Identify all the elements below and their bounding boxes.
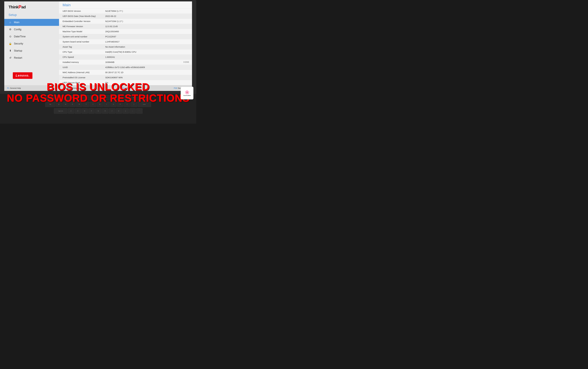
key-h: H [102,108,108,114]
bios-container: ThinkPad Setup ⌂ Main ⚙ Config ⊙ D [4,1,192,85]
config-icon: ⚙ [9,28,12,31]
key-semi: ; [129,108,136,114]
watermark-inner: 🌸 ThinkPadMike [181,87,193,100]
key-f: F [88,108,95,114]
watermark: 🌸 ThinkPadMike [181,87,193,100]
startup-icon: ⬆ [9,49,12,52]
setup-title: Setup [4,12,59,19]
restart-icon: ↺ [9,56,12,59]
model-label: X390 [183,61,189,63]
row-value: 20Q1S5GM00 [105,30,189,33]
nav-label-security: Security [14,42,23,45]
row-label: UEFI BIOS Date (Year-Month-Day) [63,15,105,17]
row-label: MAC Address (Internal LAN) [63,71,105,74]
key-g: G [95,108,102,114]
row-value: N2JET99W (1.77 ) [105,10,189,12]
row-value: PC1GZK67 [105,35,189,38]
nav-item-main[interactable]: ⌂ Main [4,19,59,26]
table-row: System-unit serial numberPC1GZK67 [59,34,192,39]
table-row: ME Firmware Version12.0.92.2145 [59,24,192,29]
content-header: Main [59,1,192,9]
nav-item-restart[interactable]: ↺ Restart [4,54,59,61]
key-s: S [75,108,81,114]
row-value: 16384MB [105,61,189,63]
row-value: 1.600GHz [105,56,189,58]
row-value: 41f886cc-2e72-11b2-a85c-e538cb2cb909 [105,66,189,69]
lenovo-logo-box: Lenovo. [13,72,32,79]
row-value: No Asset Information [105,46,189,48]
key-k: K [116,108,122,114]
sidebar: ThinkPad Setup ⌂ Main ⚙ Config ⊙ D [4,1,59,85]
overlay-text: BIOS IS UNLOCKED NO PASSWORD OR RESTRICT… [0,81,196,104]
table-row: Installed memory16384MB [59,60,192,65]
row-value: SDK0J40697 WIN [105,76,189,79]
key-quote: ' [136,108,143,114]
thinkpad-brand: ThinkPad [9,4,55,10]
row-value: N2JHT33W (1.17 ) [105,20,189,22]
thinkpad-logo-area: ThinkPad [4,1,59,12]
bios-unlocked-text: BIOS IS UNLOCKED [0,81,196,92]
lock-icon: 🔒 [9,42,12,45]
lenovo-brand: Lenovo. [16,74,30,77]
row-label: Asset Tag [63,46,105,48]
key-l: L [123,108,129,114]
row-label: CPU Type [63,51,105,53]
row-value: Intel(R) Core(TM) i5-8365U CPU [105,51,189,53]
row-label: UUID [63,66,105,69]
nav-menu: ⌂ Main ⚙ Config ⊙ Date/Time 🔒 Security [4,19,59,68]
row-value: 12.0.92.2145 [105,25,189,28]
table-row: UEFI BIOS Date (Year-Month-Day)2022-06-2… [59,14,192,19]
flower-icon: 🌸 [185,90,189,95]
table-row: UEFI BIOS VersionN2JET99W (1.77 ) [59,9,192,14]
content-title: Main [63,3,189,7]
key-a: A [68,108,74,114]
row-label: Embedded Controller Version [63,20,105,22]
nav-item-security[interactable]: 🔒 Security [4,40,59,47]
main-content: Main UEFI BIOS VersionN2JET99W (1.77 )UE… [59,1,192,85]
key-d: D [82,108,88,114]
nav-label-config: Config [14,28,21,31]
row-label: ME Firmware Version [63,25,105,28]
nav-label-startup: Startup [14,49,22,52]
row-value: 00 2B 67 22 7C 1D [105,71,189,74]
row-label: Machine Type Model [63,30,105,33]
logo-dot: P [19,4,21,9]
nav-item-startup[interactable]: ⬆ Startup [4,47,59,54]
key-caps: Caps Lock [54,108,67,114]
table-row: UUID41f886cc-2e72-11b2-a85c-e538cb2cb909 [59,65,192,70]
nav-label-datetime: Date/Time [14,35,26,38]
table-row: CPU Speed1.600GHz [59,55,192,60]
table-row: Machine Type Model20Q1S5GM00 [59,29,192,34]
info-table: UEFI BIOS VersionN2JET99W (1.77 )UEFI BI… [59,9,192,85]
nav-item-config[interactable]: ⚙ Config [4,26,59,33]
row-value: L1HF04E00G7 [105,40,189,43]
table-row: System board serial numberL1HF04E00G7 [59,39,192,44]
table-row: MAC Address (Internal LAN)00 2B 67 22 7C… [59,70,192,75]
row-label: CPU Speed [63,56,105,58]
home-icon: ⌂ [9,21,12,24]
laptop-bezel: ThinkPad Setup ⌂ Main ⚙ Config ⊙ D [0,0,196,94]
key-row-spacer2 [13,107,183,108]
row-value: 2022-06-22 [105,15,189,17]
clock-icon: ⊙ [9,35,12,38]
row-label: System-unit serial number [63,35,105,38]
row-label: System board serial number [63,40,105,43]
table-row: Embedded Controller VersionN2JHT33W (1.1… [59,19,192,24]
key-j: J [109,108,115,114]
row-label: Installed memory [63,61,105,63]
nav-label-restart: Restart [14,56,22,59]
table-row: Asset TagNo Asset Information [59,44,192,50]
table-row: CPU TypeIntel(R) Core(TM) i5-8365U CPU [59,50,192,55]
table-row: Preinstalled OS LicenseSDK0J40697 WIN [59,75,192,80]
row-label: UEFI BIOS Version [63,10,105,12]
no-password-text: NO PASSWORD OR RESTRICTIONS [0,92,196,104]
bios-screen: ThinkPad Setup ⌂ Main ⚙ Config ⊙ D [4,1,192,91]
watermark-text: ThinkPadMike [183,95,191,96]
nav-item-datetime[interactable]: ⊙ Date/Time [4,33,59,40]
nav-label-main: Main [14,21,20,24]
row-label: Preinstalled OS License [63,76,105,79]
